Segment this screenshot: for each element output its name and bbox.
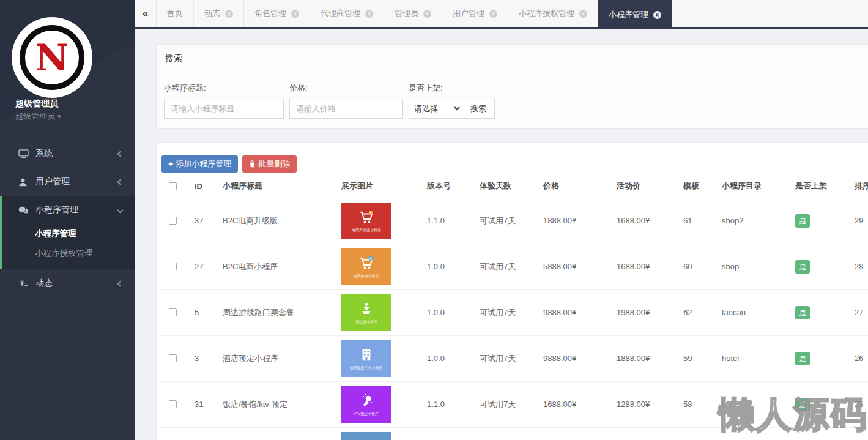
column-header: 版本号 [420,175,472,198]
cell-price [536,427,609,440]
tab-close-icon[interactable]: × [579,10,587,18]
column-header: ID [187,175,215,198]
sidebar-subitem-mini-program-manage[interactable]: 小程序管理 [2,224,135,244]
cell-title: 饭店/餐馆/ktv-预定 [215,381,334,427]
cell-image: 周边游小程序 [334,289,420,335]
sidebar-subitem-mini-program-auth[interactable]: 小程序授权管理 [2,244,135,263]
cell-version: 1.1.0 [420,381,472,427]
cell-id: 31 [187,381,215,427]
app-image-caption: 电商购物小程序 [354,273,379,278]
sidebar-item-system[interactable]: 系统 [0,140,135,168]
price-field-label: 价格: [289,83,403,94]
cell-trial-days: 可试用7天 [472,198,536,244]
add-mini-program-button[interactable]: +添加小程序管理 [161,155,238,173]
tab-角色管理[interactable]: 角色管理× [244,0,310,27]
title-input[interactable] [164,99,284,119]
row-checkbox[interactable] [169,308,177,316]
table-row: 27B2C电商小程序电商购物小程序1.0.0可试用7天5888.00¥1688.… [161,244,868,289]
sidebar-item-users[interactable]: 用户管理 [0,168,135,196]
cell-activity-price [609,427,676,440]
tab-管理员[interactable]: 管理员× [384,0,442,27]
app-image-cart-icon: 电商购物小程序 [341,248,391,285]
cell-sort: 27 [847,289,868,335]
tab-close-icon[interactable]: × [423,10,431,18]
cell-price: 1688.00¥ [536,381,609,427]
tab-close-icon[interactable]: × [489,10,497,18]
on-shelf-select[interactable]: 请选择 [409,99,462,119]
app-image-caption: 酒店预定平台小程序 [350,365,383,370]
sidebar-item-label: 小程序管理 [35,204,118,215]
sidebar-menu: 系统 用户管理 小程序管理 小程序管理 小程序授权管理 [0,140,135,297]
user-role-dropdown[interactable]: 超级管理员▾ [15,111,61,122]
cell-activity-price: 1288.00¥ [609,381,676,427]
row-checkbox[interactable] [169,217,177,225]
row-checkbox[interactable] [169,263,177,270]
cell-trial-days: 可试用7天 [472,289,536,335]
cell-sort: 28 [847,244,868,289]
tab-label: 角色管理 [254,8,286,19]
dropdown-caret-icon: ▾ [57,113,61,120]
tab-close-icon[interactable]: × [225,10,233,18]
sidebar-item-dynamic[interactable]: 动态 [0,269,135,297]
cell-on-shelf: 是 [788,244,847,289]
tab-close-icon[interactable]: × [365,10,373,18]
column-header: 展示图片 [334,175,420,198]
cell-directory: hotel [714,335,788,381]
tab-label: 小程序授权管理 [519,8,574,19]
tab-小程序授权管理[interactable]: 小程序授权管理× [508,0,598,27]
sidebar-item-label: 动态 [35,278,118,289]
title-field-label: 小程序标题: [164,83,284,94]
search-panel-title: 搜索 [157,45,868,72]
row-checkbox[interactable] [169,400,177,408]
app-image-mic-icon: KTV预定小程序 [341,386,391,423]
column-header: 是否上架 [788,175,847,198]
cell-on-shelf: 是 [788,289,847,335]
cell-version: 1.0.0 [420,335,472,381]
watermark: 懒人源码 [719,391,868,439]
cell-sort: 26 [847,335,868,381]
tab-list: 首页动态×角色管理×代理商管理×管理员×用户管理×小程序授权管理×小程序管理× [157,0,672,29]
submenu: 小程序管理 小程序授权管理 [2,224,135,263]
sidebar-item-mini-program[interactable]: 小程序管理 [2,196,135,224]
column-header: 小程序标题 [215,175,334,198]
tab-label: 用户管理 [453,8,484,19]
tab-close-icon[interactable]: × [653,11,661,19]
table-toolbar: +添加小程序管理 批量删除 [161,155,868,173]
cell-title: 周边游线路门票套餐 [215,289,334,335]
app-image-caption: KTV预定小程序 [354,411,379,416]
cell-on-shelf: 是 [788,335,847,381]
avatar[interactable]: N [12,17,92,98]
row-checkbox[interactable] [169,354,177,362]
tab-close-icon[interactable]: × [291,10,299,18]
cell-sort: 29 [847,198,868,244]
tab-代理商管理[interactable]: 代理商管理× [310,0,384,27]
cell-id [187,427,215,440]
batch-delete-button[interactable]: 批量删除 [242,155,297,173]
tab-label: 小程序管理 [609,9,648,20]
select-all-checkbox[interactable] [169,182,177,190]
column-header: 价格 [536,175,609,198]
app-image-fountain-icon: 周边游小程序 [341,294,391,331]
tab-小程序管理[interactable]: 小程序管理× [598,0,672,29]
cell-title: B2C电商小程序 [215,244,334,289]
on-shelf-badge: 是 [795,352,810,365]
tab-动态[interactable]: 动态× [194,0,244,27]
sidebar-group-mini-program: 小程序管理 小程序管理 小程序授权管理 [0,196,135,269]
tab-首页[interactable]: 首页 [157,0,194,27]
cell-image: 酒店预定平台小程序 [334,335,420,381]
chevron-left-icon [117,151,124,157]
column-header: 模板 [676,175,714,198]
tab-label: 首页 [167,8,183,19]
cell-image: 电商升级版小程序 [334,198,420,244]
header-checkbox-cell [161,175,187,198]
cell-trial-days [472,427,536,440]
cell-template: 59 [676,335,714,381]
cell-title: B2C电商升级版 [215,198,334,244]
cell-template: 60 [676,244,714,289]
collapse-tabs-button[interactable]: « [135,0,157,27]
app-image-cart-icon: 电商升级版小程序 [341,203,391,239]
price-input[interactable] [289,99,403,119]
tab-用户管理[interactable]: 用户管理× [442,0,508,27]
cell-template [676,427,714,440]
search-button[interactable]: 搜索 [462,99,495,119]
